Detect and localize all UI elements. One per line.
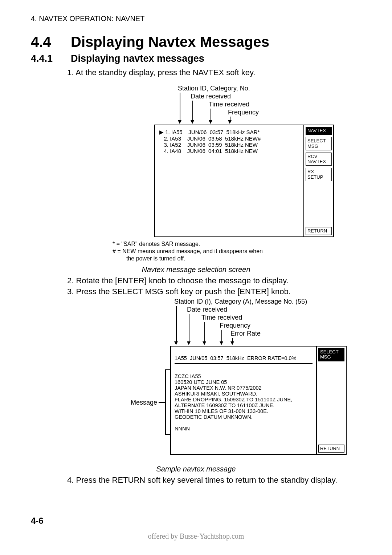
callout-time: Time received (209, 101, 249, 108)
brace-label-message: Message (131, 399, 157, 406)
subsection-title: Displaying navtex messages (71, 53, 204, 64)
figure1-caption: Navtex message selection screen (31, 266, 361, 274)
callout2-frequency: Frequency (220, 322, 250, 329)
message-panel: 1A55 JUN/05 03:57 518kHz ERROR RATE=0.0%… (171, 347, 317, 454)
page-footer: offered by Busse-Yachtshop.com (0, 532, 392, 540)
softkey-rx-setup[interactable]: RX SETUP (306, 168, 332, 181)
section-number: 4.4 (31, 34, 71, 50)
subsection-number: 4.4.1 (31, 53, 71, 64)
step-4: 4. Press the RETURN soft key several tim… (67, 475, 361, 485)
page-header: 4. NAVTEX OPERATION: NAVNET (31, 15, 361, 23)
callout-date: Date received (191, 93, 231, 100)
subsection-heading: 4.4.1Displaying navtex messages (31, 53, 361, 64)
message-body: ZCZC IA55 160520 UTC JUNE 05 JAPAN NAVTE… (175, 373, 313, 432)
note-new: # = NEW means unread message, and it dis… (113, 248, 361, 255)
message-list-panel: ▶ 1. IA55 JUN/06 03:57 518kHz SAR* 2. IA… (155, 125, 304, 236)
figure2-caption: Sample navtex message (31, 465, 361, 473)
callout2-date: Date received (187, 306, 227, 313)
softkey-column-2: SELECT MSG RETURN (317, 347, 346, 454)
navtex-message-screen: 1A55 JUN/05 03:57 518kHz ERROR RATE=0.0%… (170, 346, 347, 455)
figure-navtex-selection: Station ID, Category, No. Date received … (127, 85, 334, 237)
message-header-line: 1A55 JUN/05 03:57 518kHz ERROR RATE=0.0% (175, 355, 313, 364)
step-1: 1. At the standby display, press the NAV… (67, 68, 361, 77)
step-3: 3. Press the SELECT MSG soft key or push… (67, 287, 361, 296)
softkey-column: NAVTEX SELECT MSG RCV NAVTEX RX SETUP RE… (304, 125, 333, 236)
navtex-screen: ▶ 1. IA55 JUN/06 03:57 518kHz SAR* 2. IA… (154, 125, 334, 237)
page-number: 4-6 (31, 516, 44, 526)
callout-station-id: Station ID, Category, No. (178, 85, 250, 92)
softkey-rcv-navtex[interactable]: RCV NAVTEX (306, 153, 332, 166)
message-list: ▶ 1. IA55 JUN/06 03:57 518kHz SAR* 2. IA… (155, 125, 303, 158)
note-new-cont: the power is turned off. (113, 255, 361, 262)
callout2-station-id: Station ID (I), Category (A), Message No… (174, 298, 307, 305)
section-heading: 4.4Displaying Navtex Messages (31, 34, 361, 50)
softkey-select-msg[interactable]: SELECT MSG (306, 137, 332, 150)
note-sar: * = "SAR" denotes SAR message. (113, 241, 361, 247)
softkey-return[interactable]: RETURN (306, 227, 332, 235)
figure1-notes: * = "SAR" denotes SAR message. # = NEW m… (113, 241, 361, 262)
callout2-error-rate: Error Rate (230, 330, 261, 337)
step-2: 2. Rotate the [ENTER] knob to choose the… (67, 276, 361, 285)
softkey-title-select-msg: SELECT MSG (318, 348, 344, 361)
softkey-title-navtex: NAVTEX (306, 127, 332, 135)
softkey-return-2[interactable]: RETURN (318, 445, 344, 453)
callout-frequency: Frequency (228, 109, 259, 116)
figure-navtex-message: Station ID (I), Category (A), Message No… (114, 298, 347, 461)
callout2-time: Time received (201, 314, 242, 321)
section-title: Displaying Navtex Messages (71, 34, 269, 50)
